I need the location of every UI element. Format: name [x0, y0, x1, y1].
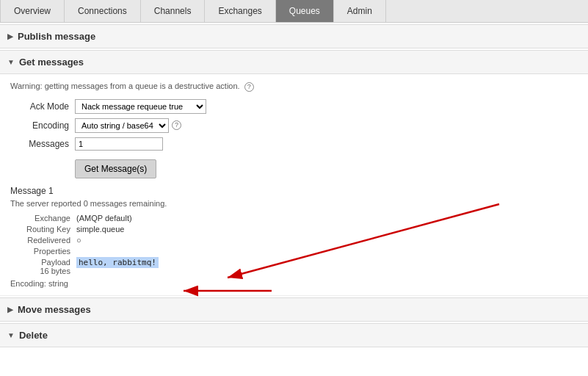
routing-key-row: Routing Key simple.queue [10, 225, 578, 236]
encoding-row: Encoding Auto string / base64 base64 ? [10, 118, 578, 133]
get-messages-button[interactable]: Get Message(s) [75, 159, 156, 178]
properties-key: Properties [10, 247, 76, 258]
warning-text: Warning: getting messages from a queue i… [10, 82, 578, 92]
tab-overview[interactable]: Overview [0, 0, 65, 22]
properties-value [76, 247, 578, 258]
redelivered-value: ○ [76, 236, 578, 247]
move-messages-label: Move messages [18, 304, 91, 315]
publish-message-label: Publish message [18, 31, 95, 42]
delete-label: Delete [19, 330, 48, 341]
encoding-select[interactable]: Auto string / base64 base64 [75, 118, 169, 133]
exchange-row: Exchange (AMQP default) [10, 214, 578, 225]
routing-key-label: Routing Key [10, 225, 76, 236]
get-messages-body: Warning: getting messages from a queue i… [0, 74, 588, 296]
redelivered-key: Redelivered [10, 236, 76, 247]
tab-admin[interactable]: Admin [334, 0, 386, 22]
tab-queues[interactable]: Queues [276, 0, 334, 22]
get-messages-label: Get messages [19, 57, 84, 68]
exchange-key: Exchange [10, 214, 76, 225]
publish-message-arrow: ▶ [7, 32, 13, 40]
redelivered-row: Redelivered ○ [10, 236, 578, 247]
routing-key-value: simple.queue [76, 225, 578, 236]
ack-mode-label: Ack Mode [10, 101, 69, 112]
message-title: Message 1 [10, 186, 578, 196]
encoding-note: Encoding: string [10, 279, 578, 288]
publish-message-header[interactable]: ▶ Publish message [0, 24, 588, 48]
move-messages-section: ▶ Move messages [0, 297, 588, 322]
get-messages-section: ▼ Get messages Warning: getting messages… [0, 50, 588, 296]
server-message: The server reported 0 messages remaining… [10, 199, 578, 208]
get-messages-header[interactable]: ▼ Get messages [0, 50, 588, 74]
payload-row: Payload 16 bytes hello, rabbitmq! [10, 258, 578, 278]
payload-text: hello, rabbitmq! [76, 257, 159, 268]
delete-arrow: ▼ [7, 331, 15, 339]
messages-label: Messages [10, 139, 69, 149]
move-messages-arrow: ▶ [7, 306, 13, 314]
tab-connections[interactable]: Connections [65, 0, 141, 22]
messages-input[interactable] [75, 137, 163, 151]
messages-row: Messages [10, 137, 578, 151]
properties-row: Properties [10, 247, 578, 258]
delete-header[interactable]: ▼ Delete [0, 323, 588, 347]
tab-channels[interactable]: Channels [141, 0, 206, 22]
top-navigation: Overview Connections Channels Exchanges … [0, 0, 588, 23]
payload-value: hello, rabbitmq! [76, 258, 578, 278]
encoding-label: Encoding [10, 120, 69, 131]
payload-key: Payload 16 bytes [10, 258, 76, 278]
get-messages-arrow: ▼ [7, 58, 15, 66]
main-content: ▶ Publish message ▼ Get messages Warning… [0, 24, 588, 347]
message-detail: Exchange (AMQP default) Routing Key simp… [10, 214, 578, 278]
move-messages-header[interactable]: ▶ Move messages [0, 297, 588, 322]
warning-help-icon[interactable]: ? [244, 82, 254, 92]
ack-mode-select[interactable]: Nack message requeue true Ack message re… [75, 99, 206, 114]
encoding-help-icon[interactable]: ? [172, 120, 181, 130]
tab-exchanges[interactable]: Exchanges [205, 0, 275, 22]
exchange-value: (AMQP default) [76, 214, 578, 225]
delete-section: ▼ Delete [0, 323, 588, 347]
ack-mode-row: Ack Mode Nack message requeue true Ack m… [10, 99, 578, 114]
